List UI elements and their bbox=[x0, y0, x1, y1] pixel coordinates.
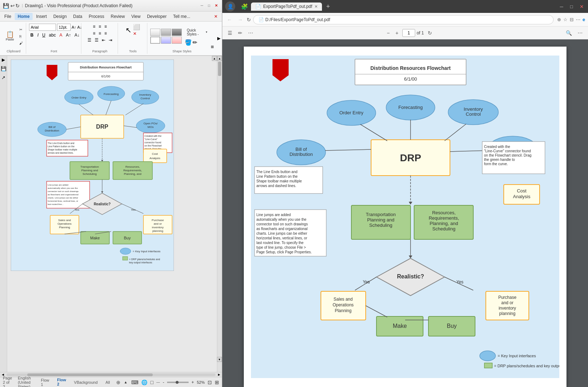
pdf-tab-close-btn[interactable]: ✕ bbox=[314, 4, 318, 9]
scroll-right-btn[interactable]: ▶ bbox=[217, 373, 221, 376]
cut-btn[interactable]: ✂ bbox=[18, 27, 25, 33]
font-color-btn[interactable]: A bbox=[58, 32, 63, 38]
file-icon: 📄 bbox=[259, 17, 264, 22]
canvas-sidebar: ▶ 💾 ↗ bbox=[0, 56, 7, 372]
page-tab-flow1[interactable]: Flow 1 bbox=[37, 377, 53, 387]
pdf-close-btn[interactable]: ✕ bbox=[578, 4, 585, 9]
search-pdf-btn[interactable]: 🔍 bbox=[564, 29, 574, 37]
pdf-maximize-btn[interactable]: □ bbox=[568, 4, 575, 9]
align-right2-btn[interactable]: ≡ bbox=[103, 30, 108, 36]
canvas-main[interactable]: Distribution Resources Flowchart 6/1/00 … bbox=[7, 56, 217, 372]
menu-process[interactable]: Process bbox=[86, 13, 107, 20]
shrink-font-btn[interactable]: A↓ bbox=[77, 25, 82, 29]
close-ribbon-btn[interactable]: ✕ bbox=[211, 13, 220, 20]
increase-indent-btn[interactable]: A↑ bbox=[65, 32, 72, 38]
inc-indent2-btn[interactable]: ⇥ bbox=[108, 37, 113, 43]
format-painter-btn[interactable]: 🖌 bbox=[18, 40, 25, 46]
scroll-up-btn[interactable]: ▲ bbox=[213, 57, 216, 60]
ribbon-expand-btn[interactable]: ⊞ bbox=[211, 45, 214, 49]
menu-design[interactable]: Design bbox=[51, 13, 70, 20]
grow-font-btn[interactable]: A↑ bbox=[72, 25, 76, 29]
zoom-out-pdf-btn[interactable]: − bbox=[385, 29, 392, 37]
pdf-more-btn[interactable]: ⋯ bbox=[576, 29, 584, 37]
align-left-btn[interactable]: ≡ bbox=[92, 24, 96, 29]
rotate-btn[interactable]: ↻ bbox=[426, 29, 434, 37]
fill-btn[interactable]: 🪣 bbox=[185, 39, 192, 46]
more-tools-btn[interactable]: ⋯ bbox=[246, 29, 255, 37]
edge-icon[interactable]: e bbox=[583, 17, 585, 22]
strikethrough-btn[interactable]: abc bbox=[48, 32, 57, 38]
close-btn[interactable]: ✕ bbox=[213, 3, 219, 9]
expand-panel-btn[interactable]: ▶ bbox=[2, 57, 5, 62]
star-icon[interactable]: ☆ bbox=[563, 17, 568, 22]
numbering-btn[interactable]: ☰ bbox=[94, 37, 100, 43]
pdf-page: Distribution Resources Flowchart 6/1/00 … bbox=[244, 47, 566, 387]
fit-width-btn[interactable]: ⊞ bbox=[215, 379, 219, 385]
font-name-input[interactable] bbox=[29, 24, 56, 31]
save-icon[interactable]: 💾 bbox=[1, 66, 6, 71]
align-right-btn[interactable]: ≡ bbox=[103, 24, 108, 29]
decrease-indent-btn[interactable]: A↓ bbox=[74, 32, 81, 38]
copy-btn[interactable]: ⎘ bbox=[18, 33, 25, 39]
align-left2-btn[interactable]: ≡ bbox=[92, 30, 96, 36]
fit-page-btn[interactable]: ⊡ bbox=[208, 379, 212, 385]
zoom-slider[interactable] bbox=[167, 382, 189, 383]
zoom-out-btn[interactable]: - bbox=[163, 380, 164, 385]
font-size-input[interactable] bbox=[57, 24, 71, 31]
zoom-in-btn[interactable]: + bbox=[191, 380, 194, 385]
style-btn-4[interactable] bbox=[150, 37, 160, 44]
page-tab-all[interactable]: All bbox=[102, 379, 113, 385]
style-btn-2[interactable] bbox=[161, 29, 171, 36]
underline-btn[interactable]: U bbox=[41, 32, 47, 38]
new-tab-btn[interactable]: + bbox=[326, 3, 330, 10]
forward-btn[interactable]: → bbox=[236, 16, 245, 23]
draw-tool-btn[interactable]: ✏ bbox=[236, 29, 244, 37]
ribbon-scroll-btn[interactable]: ▶ bbox=[217, 36, 220, 41]
style-btn-5[interactable] bbox=[161, 37, 171, 44]
pdf-url-bar[interactable]: 📄 D:/Files/ExportPageToPdf_out.pdf bbox=[253, 15, 554, 24]
pointer-tool-btn[interactable]: ↖ bbox=[125, 26, 132, 34]
pdf-tab[interactable]: 📄 ExportPageToPdf_out.pdf ✕ bbox=[251, 3, 322, 11]
quick-styles-btn[interactable]: Quick Styles - ▾ bbox=[185, 27, 209, 38]
reload-btn[interactable]: ↻ bbox=[247, 17, 251, 23]
menu-view[interactable]: View bbox=[128, 13, 143, 20]
extensions-btn[interactable]: 🧩 bbox=[241, 3, 248, 10]
sidebar-toggle-btn[interactable]: ☰ bbox=[226, 29, 234, 37]
style-btn-6[interactable] bbox=[172, 37, 182, 44]
svg-text:Forecasting: Forecasting bbox=[104, 92, 119, 96]
arrow-icon[interactable]: ↗ bbox=[1, 75, 5, 80]
italic-btn[interactable]: I bbox=[36, 32, 39, 38]
menu-insert[interactable]: Insert bbox=[33, 13, 50, 20]
zoom-icon[interactable]: ⊕ bbox=[557, 17, 561, 22]
minimize-btn[interactable]: ─ bbox=[199, 3, 205, 9]
menu-developer[interactable]: Developer bbox=[144, 13, 170, 20]
menu-tell[interactable]: Tell me... bbox=[170, 13, 193, 20]
menu-data[interactable]: Data bbox=[70, 13, 85, 20]
bullet-btn[interactable]: ☰ bbox=[86, 37, 93, 43]
split-view-icon[interactable]: ⊟ bbox=[570, 17, 574, 22]
bold-btn[interactable]: B bbox=[29, 32, 35, 38]
align-center2-btn[interactable]: ≡ bbox=[98, 30, 102, 36]
menu-file[interactable]: File bbox=[1, 13, 14, 20]
dec-indent-btn[interactable]: ⇤ bbox=[101, 37, 106, 43]
scroll-bar-right[interactable]: ▲ ▼ bbox=[217, 56, 222, 372]
menu-home[interactable]: Home bbox=[15, 13, 32, 20]
pdf-minimize-btn[interactable]: ─ bbox=[558, 4, 565, 9]
add-page-btn[interactable]: ⊕ bbox=[114, 379, 122, 385]
more-icon[interactable]: ⋯ bbox=[576, 17, 580, 22]
delete-btn[interactable]: ✕ bbox=[133, 31, 140, 36]
pdf-page-input[interactable] bbox=[402, 29, 415, 37]
page-tab-vbg[interactable]: VBackground bbox=[70, 379, 101, 385]
connector-btn[interactable]: ⬜ bbox=[133, 24, 140, 30]
align-center-btn[interactable]: ≡ bbox=[98, 24, 102, 29]
paste-btn[interactable]: 📋 Paste bbox=[4, 30, 16, 43]
line-btn[interactable]: ✏ bbox=[193, 39, 197, 46]
back-btn[interactable]: ← bbox=[225, 16, 234, 23]
page-tab-flow2[interactable]: Flow 2 bbox=[53, 377, 70, 387]
page-nav-up-btn[interactable]: ▲ bbox=[123, 380, 129, 384]
zoom-in-pdf-btn[interactable]: + bbox=[394, 29, 400, 37]
maximize-btn[interactable]: □ bbox=[206, 3, 212, 9]
style-btn-1[interactable] bbox=[150, 29, 160, 36]
menu-review[interactable]: Review bbox=[108, 13, 128, 20]
style-btn-3[interactable] bbox=[172, 29, 182, 36]
